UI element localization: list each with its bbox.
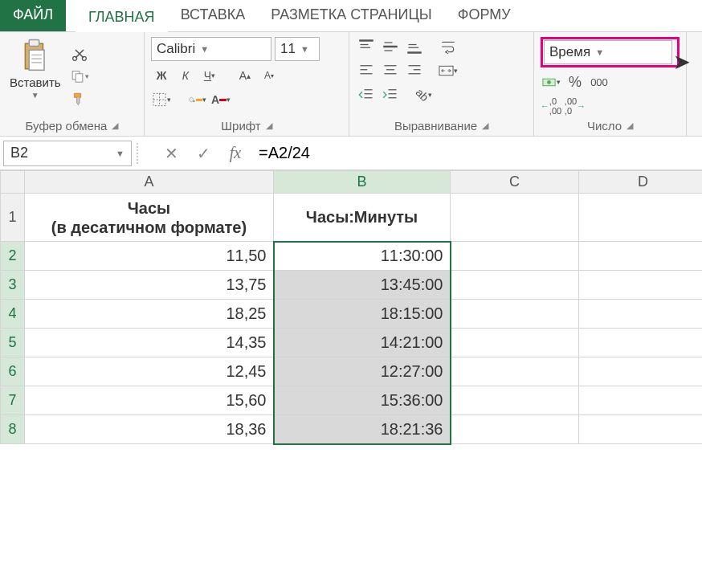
- copy-icon: [70, 68, 85, 84]
- cell[interactable]: [451, 271, 579, 300]
- tab-home[interactable]: ГЛАВНАЯ: [76, 1, 168, 32]
- dropdown-caret-icon[interactable]: ▼: [195, 44, 209, 54]
- align-middle-button[interactable]: [380, 37, 401, 56]
- paste-label: Вставить: [10, 76, 61, 89]
- row-header[interactable]: 7: [1, 386, 25, 415]
- merge-center-button[interactable]: ▾: [438, 61, 459, 80]
- align-top-button[interactable]: [356, 37, 377, 56]
- comma-style-button[interactable]: 000: [589, 72, 610, 92]
- select-all-corner[interactable]: [1, 171, 25, 194]
- cell[interactable]: [451, 194, 579, 242]
- percent-style-button[interactable]: %: [565, 72, 586, 92]
- tab-page-layout[interactable]: РАЗМЕТКА СТРАНИЦЫ: [258, 0, 444, 31]
- worksheet-grid[interactable]: A B C D 1 Часы (в десатичном формате) Ча…: [0, 170, 702, 445]
- cell[interactable]: 12,45: [25, 357, 274, 386]
- alignment-launcher[interactable]: ◢: [482, 120, 488, 131]
- enter-formula-button[interactable]: ✓: [190, 141, 217, 165]
- col-header-B[interactable]: B: [274, 171, 451, 194]
- dropdown-caret-icon[interactable]: ▼: [296, 44, 309, 54]
- align-bottom-button[interactable]: [404, 37, 425, 56]
- cell[interactable]: [579, 415, 703, 444]
- row-header[interactable]: 1: [1, 194, 25, 242]
- cell-active[interactable]: 11:30:00: [274, 242, 451, 271]
- cell[interactable]: [579, 357, 703, 386]
- cancel-formula-button[interactable]: ✕: [157, 141, 185, 165]
- copy-button[interactable]: ▾: [69, 67, 90, 86]
- cell[interactable]: [451, 386, 579, 415]
- cell[interactable]: 15:36:00: [274, 386, 451, 415]
- cell[interactable]: 12:27:00: [274, 357, 451, 386]
- increase-font-button[interactable]: A▴: [235, 66, 255, 85]
- svg-point-13: [193, 100, 194, 102]
- font-color-button[interactable]: A ▾: [210, 90, 231, 109]
- dropdown-caret-icon[interactable]: ▼: [116, 149, 124, 158]
- cell[interactable]: 18,36: [25, 415, 274, 444]
- cell[interactable]: [451, 300, 579, 329]
- fill-color-button[interactable]: ▾: [186, 90, 207, 109]
- align-left-button[interactable]: [356, 61, 377, 80]
- col-header-C[interactable]: C: [451, 171, 579, 194]
- cell[interactable]: [579, 242, 703, 271]
- paste-button[interactable]: Вставить ▼: [6, 37, 64, 116]
- number-format-combo[interactable]: Время ▼: [544, 40, 672, 64]
- bold-button[interactable]: Ж: [151, 66, 172, 85]
- cell[interactable]: 15,60: [25, 386, 274, 415]
- cell[interactable]: [579, 329, 703, 357]
- cell[interactable]: [451, 415, 579, 444]
- cell[interactable]: Часы:Минуты: [274, 194, 451, 242]
- cut-button[interactable]: [69, 44, 90, 63]
- cell[interactable]: 18:21:36: [274, 415, 451, 444]
- row-header[interactable]: 2: [1, 242, 25, 271]
- dropdown-caret-icon[interactable]: ▼: [590, 47, 604, 57]
- cell[interactable]: [579, 194, 703, 242]
- decrease-indent-button[interactable]: [356, 85, 377, 104]
- col-header-D[interactable]: D: [579, 171, 703, 194]
- cell[interactable]: 14:21:00: [274, 329, 451, 357]
- orientation-button[interactable]: ab▾: [414, 85, 435, 104]
- insert-function-button[interactable]: fx: [222, 141, 249, 165]
- decrease-font-button[interactable]: A▾: [259, 66, 280, 85]
- underline-button[interactable]: Ч▾: [199, 66, 220, 85]
- number-launcher[interactable]: ◢: [626, 120, 633, 131]
- cell[interactable]: 11,50: [25, 242, 274, 271]
- row-header[interactable]: 8: [1, 415, 25, 444]
- cell[interactable]: [579, 386, 703, 415]
- tab-insert[interactable]: ВСТАВКА: [168, 0, 259, 31]
- cell[interactable]: 18:15:00: [274, 300, 451, 329]
- decrease-decimal-button[interactable]: ,00,0→: [565, 96, 586, 116]
- cell[interactable]: Часы (в десатичном формате): [25, 194, 274, 242]
- alignment-group-label: Выравнивание: [394, 119, 477, 133]
- cell[interactable]: 14,35: [25, 329, 274, 357]
- cell[interactable]: [579, 300, 703, 329]
- merge-icon: [439, 63, 454, 79]
- row-header[interactable]: 6: [1, 357, 25, 386]
- font-name-combo[interactable]: Calibri ▼: [151, 37, 271, 61]
- formula-input[interactable]: [254, 141, 699, 165]
- cell[interactable]: 13,75: [25, 271, 274, 300]
- row-header[interactable]: 3: [1, 271, 25, 300]
- name-box[interactable]: B2 ▼: [3, 141, 132, 166]
- tab-file[interactable]: ФАЙЛ: [0, 0, 66, 31]
- align-right-button[interactable]: [404, 61, 425, 80]
- font-size-combo[interactable]: 11 ▼: [275, 37, 320, 61]
- format-painter-button[interactable]: [69, 89, 90, 108]
- cell[interactable]: [451, 329, 579, 357]
- font-launcher[interactable]: ◢: [266, 120, 272, 131]
- tab-formulas[interactable]: ФОРМУ: [445, 0, 524, 31]
- row-header[interactable]: 5: [1, 329, 25, 357]
- borders-button[interactable]: ▾: [151, 90, 172, 109]
- row-header[interactable]: 4: [1, 300, 25, 329]
- cell[interactable]: [451, 357, 579, 386]
- col-header-A[interactable]: A: [25, 171, 274, 194]
- clipboard-launcher[interactable]: ◢: [112, 120, 118, 131]
- increase-indent-button[interactable]: [380, 85, 401, 104]
- cell[interactable]: 13:45:00: [274, 271, 451, 300]
- align-center-button[interactable]: [380, 61, 401, 80]
- cell[interactable]: 18,25: [25, 300, 274, 329]
- cell[interactable]: [451, 242, 579, 271]
- increase-decimal-button[interactable]: ←,0,00: [541, 96, 561, 116]
- accounting-format-button[interactable]: ▾: [541, 72, 561, 92]
- wrap-text-button[interactable]: [438, 37, 459, 56]
- cell[interactable]: [579, 271, 703, 300]
- italic-button[interactable]: К: [175, 66, 196, 85]
